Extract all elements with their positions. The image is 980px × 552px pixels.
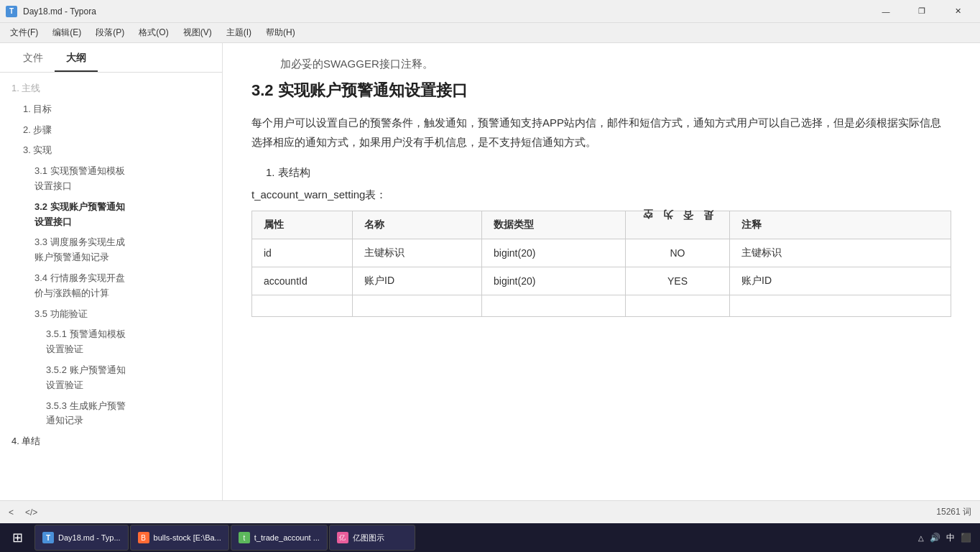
th-name: 名称 — [353, 211, 482, 239]
outline-item-6[interactable]: 3.2 实现账户预警通知设置接口 — [0, 197, 222, 233]
tray-ime[interactable]: 中 — [946, 532, 955, 544]
menu-paragraph[interactable]: 段落(P) — [88, 23, 131, 43]
typora-icon: T — [42, 532, 54, 543]
cell-empty — [353, 295, 482, 317]
section-intro: 每个用户可以设置自己的预警条件，触发通知，预警通知支持APP站内信，邮件和短信方… — [251, 113, 951, 152]
table-row: accountId 账户ID bigint(20) YES 账户ID — [252, 267, 951, 295]
status-right: 15261 词 — [936, 506, 971, 518]
status-left: < </> — [9, 507, 37, 518]
outline-item-1[interactable]: 1. 主线 — [0, 78, 222, 99]
taskbar-item-trade[interactable]: t t_trade_account ... — [231, 525, 328, 551]
th-nullable: 是否为空 — [626, 211, 730, 239]
cell-empty — [730, 295, 951, 317]
cell-name: 账户ID — [353, 267, 482, 295]
title-bar: T Day18.md - Typora — ❐ ✕ — [0, 0, 980, 23]
taskbar-item-bulls[interactable]: B bulls-stock [E:\Ba... — [130, 525, 229, 551]
cell-nullable: NO — [626, 239, 730, 267]
trade-icon: t — [239, 532, 250, 543]
tray-network: ⬛ — [961, 533, 971, 543]
outline-item-8[interactable]: 3.4 行情服务实现开盘价与涨跌幅的计算 — [0, 268, 222, 304]
minimize-button[interactable]: — — [869, 0, 902, 23]
table-row: id 主键标识 bigint(20) NO 主键标识 — [252, 239, 951, 267]
outline-item-3[interactable]: 2. 步骤 — [0, 120, 222, 141]
th-type: 数据类型 — [482, 211, 626, 239]
top-faded-text: 加必妥的SWAGGER接口注释。 — [251, 58, 951, 71]
cell-attr: accountId — [252, 267, 353, 295]
cell-empty — [626, 295, 730, 317]
tab-file[interactable]: 文件 — [11, 43, 55, 72]
status-bar: < </> 15261 词 — [0, 500, 980, 523]
table-row-empty — [252, 295, 951, 317]
taskbar-item-label: 亿图图示 — [353, 533, 384, 543]
outline-item-9[interactable]: 3.5 功能验证 — [0, 304, 222, 325]
menu-edit[interactable]: 编辑(E) — [45, 23, 88, 43]
outline-item-11[interactable]: 3.5.2 账户预警通知设置验证 — [0, 360, 222, 396]
tray-volume[interactable]: 🔊 — [930, 533, 940, 543]
taskbar-item-edraw[interactable]: 亿 亿图图示 — [329, 525, 415, 551]
menu-help[interactable]: 帮助(H) — [259, 23, 302, 43]
outline-panel: 1. 主线 1. 目标 2. 步骤 3. 实现 3.1 实现预警通知模板设置接口… — [0, 73, 222, 500]
cell-comment: 账户ID — [730, 267, 951, 295]
taskbar-item-label: t_trade_account ... — [254, 533, 320, 542]
cell-type: bigint(20) — [482, 239, 626, 267]
cell-empty — [252, 295, 353, 317]
outline-item-7[interactable]: 3.3 调度服务实现生成账户预警通知记录 — [0, 232, 222, 268]
menu-file[interactable]: 文件(F) — [3, 23, 45, 43]
cell-attr: id — [252, 239, 353, 267]
app-icon: T — [6, 6, 17, 17]
bulls-icon: B — [138, 532, 149, 543]
outline-item-12[interactable]: 3.5.3 生成账户预警通知记录 — [0, 396, 222, 432]
outline-item-13[interactable]: 4. 单结 — [0, 431, 222, 452]
maximize-button[interactable]: ❐ — [905, 0, 938, 23]
taskbar-item-label: Day18.md - Typ... — [58, 533, 121, 542]
data-table: 属性 名称 数据类型 是否为空 注释 id 主键标识 bigint(20) NO… — [251, 211, 951, 317]
th-comment: 注释 — [730, 211, 951, 239]
subsection-title-1: 1. 表结构 — [266, 166, 951, 180]
cell-comment: 主键标识 — [730, 239, 951, 267]
window-controls: — ❐ ✕ — [869, 0, 974, 23]
outline-item-5[interactable]: 3.1 实现预警通知模板设置接口 — [0, 161, 222, 197]
menu-bar: 文件(F) 编辑(E) 段落(P) 格式(O) 视图(V) 主题(I) 帮助(H… — [0, 23, 980, 43]
taskbar-item-label: bulls-stock [E:\Ba... — [154, 533, 221, 542]
edraw-icon: 亿 — [337, 532, 348, 543]
th-attr: 属性 — [252, 211, 353, 239]
taskbar-items: T Day18.md - Typ... B bulls-stock [E:\Ba… — [32, 525, 912, 551]
tray-expand[interactable]: △ — [918, 534, 924, 542]
menu-theme[interactable]: 主题(I) — [219, 23, 259, 43]
menu-view[interactable]: 视图(V) — [176, 23, 219, 43]
cell-nullable: YES — [626, 267, 730, 295]
table-label: t_account_warn_setting表： — [251, 188, 951, 202]
cell-type: bigint(20) — [482, 267, 626, 295]
taskbar: ⊞ T Day18.md - Typ... B bulls-stock [E:\… — [0, 523, 980, 552]
title-bar-left: T Day18.md - Typora — [6, 6, 96, 17]
main-area: 文件 大纲 1. 主线 1. 目标 2. 步骤 3. 实现 3.1 实现预警通知… — [0, 43, 980, 500]
outline-item-10[interactable]: 3.5.1 预警通知模板设置验证 — [0, 324, 222, 360]
content-area: 加必妥的SWAGGER接口注释。 3.2 实现账户预警通知设置接口 每个用户可以… — [223, 43, 980, 500]
sidebar-tabs: 文件 大纲 — [0, 43, 222, 73]
start-button[interactable]: ⊞ — [3, 523, 32, 552]
sidebar: 文件 大纲 1. 主线 1. 目标 2. 步骤 3. 实现 3.1 实现预警通知… — [0, 43, 223, 500]
outline-item-4[interactable]: 3. 实现 — [0, 140, 222, 161]
system-tray: △ 🔊 中 ⬛ — [912, 532, 977, 544]
cell-empty — [482, 295, 626, 317]
taskbar-item-typora[interactable]: T Day18.md - Typ... — [34, 525, 129, 551]
word-count: 15261 词 — [936, 506, 971, 518]
close-button[interactable]: ✕ — [941, 0, 974, 23]
section-title: 3.2 实现账户预警通知设置接口 — [251, 80, 951, 101]
tab-outline[interactable]: 大纲 — [55, 43, 98, 72]
menu-format[interactable]: 格式(O) — [131, 23, 175, 43]
nav-prev[interactable]: < — [9, 507, 14, 518]
nav-source[interactable]: </> — [25, 507, 37, 518]
outline-item-2[interactable]: 1. 目标 — [0, 99, 222, 120]
window-title: Day18.md - Typora — [23, 6, 96, 17]
cell-name: 主键标识 — [353, 239, 482, 267]
